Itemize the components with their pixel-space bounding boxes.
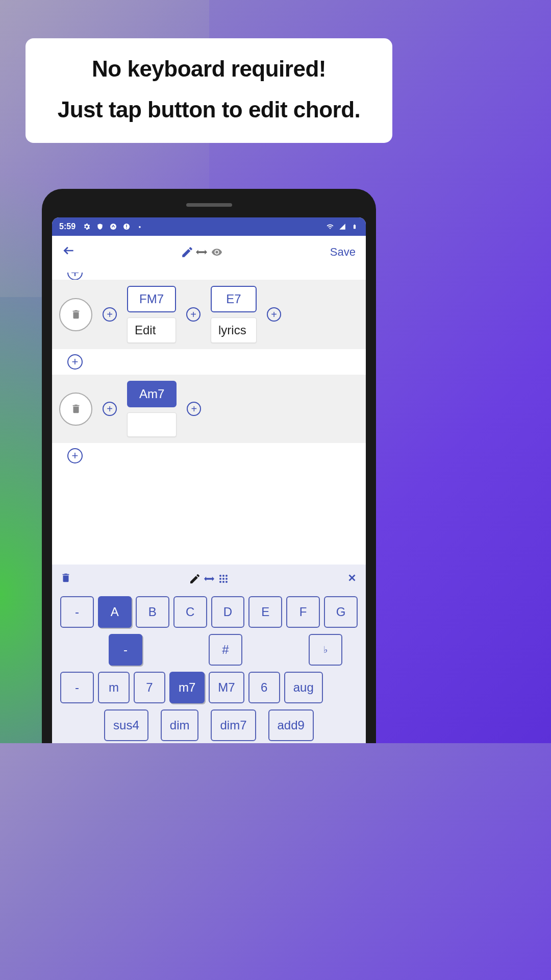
key-a[interactable]: A	[98, 596, 132, 628]
keyboard-row-accidentals: - # ♭	[60, 634, 358, 666]
lyric-input[interactable]: Edit	[127, 317, 176, 343]
add-cell-button[interactable]: +	[267, 307, 281, 322]
status-bar: 5:59 ●	[52, 217, 366, 236]
chord-cell: E7 lyrics	[211, 286, 257, 343]
add-row: +	[52, 349, 366, 375]
app-bar: Save	[52, 236, 366, 268]
key-minor[interactable]: m	[98, 672, 130, 703]
key-d[interactable]: D	[211, 596, 245, 628]
svg-point-13	[222, 581, 224, 583]
alert-icon	[122, 223, 131, 231]
svg-point-9	[219, 578, 221, 580]
lyric-input[interactable]: lyrics	[211, 317, 257, 343]
delete-row-button[interactable]	[59, 393, 92, 426]
key-maj7[interactable]: M7	[209, 672, 244, 703]
device-frame: 5:59 ● Save	[42, 189, 376, 743]
key-6[interactable]: 6	[248, 672, 280, 703]
chord-cell: FM7 Edit	[127, 286, 176, 343]
key-e[interactable]: E	[248, 596, 282, 628]
dot-icon: ●	[136, 223, 144, 231]
back-button[interactable]	[62, 243, 76, 261]
key-g[interactable]: G	[324, 596, 358, 628]
plus-circle-partial-icon[interactable]	[67, 273, 83, 280]
key-dash[interactable]: -	[60, 596, 94, 628]
key-dim7[interactable]: dim7	[211, 709, 256, 741]
svg-point-6	[219, 575, 221, 577]
svg-rect-3	[126, 228, 127, 229]
app-screen: 5:59 ● Save	[52, 217, 366, 743]
chord-chip[interactable]: FM7	[127, 286, 176, 312]
key-f[interactable]: F	[286, 596, 320, 628]
chord-chip-selected[interactable]: Am7	[127, 381, 177, 407]
grid-icon	[217, 573, 230, 585]
svg-point-7	[222, 575, 224, 577]
svg-point-12	[219, 581, 221, 583]
callout-line-1: No keyboard required!	[36, 56, 382, 82]
lyric-input[interactable]	[127, 412, 177, 437]
chord-cell: Am7	[127, 381, 177, 437]
edit-preview-toggle[interactable]	[181, 246, 224, 259]
keyboard-close-button[interactable]	[346, 571, 358, 587]
device-speaker	[186, 203, 232, 207]
chord-editor-content: + FM7 Edit + E7 lyrics + +	[52, 268, 366, 565]
keyboard-row-qualities-1: - m 7 m7 M7 6 aug	[60, 672, 358, 703]
chord-keyboard-panel: - A B C D E F G - # ♭ - m 7 m7 M	[52, 565, 366, 743]
delete-row-button[interactable]	[59, 298, 92, 331]
keyboard-row-qualities-2: sus4 dim dim7 add9	[60, 709, 358, 741]
key-c[interactable]: C	[173, 596, 207, 628]
pencil-icon	[189, 573, 201, 585]
keyboard-mode-toggle[interactable]	[189, 573, 230, 585]
keyboard-row-roots: - A B C D E F G	[60, 596, 358, 628]
add-row-button[interactable]: +	[67, 354, 83, 370]
add-cell-button[interactable]: +	[103, 307, 117, 322]
swap-icon	[204, 576, 214, 581]
circle-a-icon	[109, 223, 117, 231]
pencil-icon	[181, 246, 194, 259]
add-row: +	[52, 443, 366, 469]
add-cell-button[interactable]: +	[103, 402, 117, 416]
key-m7[interactable]: m7	[169, 672, 205, 703]
add-cell-button[interactable]: +	[187, 402, 201, 416]
key-sus4[interactable]: sus4	[104, 709, 148, 741]
key-sharp[interactable]: #	[209, 634, 242, 666]
shield-icon	[96, 223, 104, 231]
swap-icon	[196, 249, 207, 255]
keyboard-delete-button[interactable]	[60, 571, 71, 587]
callout-line-2: Just tap button to edit chord.	[36, 97, 382, 122]
chord-row: + FM7 Edit + E7 lyrics +	[52, 280, 366, 349]
add-row-button[interactable]: +	[67, 448, 83, 463]
save-button[interactable]: Save	[330, 246, 356, 259]
svg-point-8	[226, 575, 228, 577]
chord-row: + Am7 +	[52, 375, 366, 443]
add-cell-button[interactable]: +	[186, 307, 201, 322]
battery-icon	[350, 223, 359, 231]
status-icons-right	[326, 223, 359, 231]
key-b[interactable]: B	[136, 596, 169, 628]
promo-callout: No keyboard required! Just tap button to…	[26, 38, 392, 143]
status-icons-left: ●	[83, 223, 144, 231]
svg-point-10	[222, 578, 224, 580]
svg-point-14	[226, 581, 228, 583]
key-7[interactable]: 7	[134, 672, 165, 703]
key-dash[interactable]: -	[60, 672, 94, 703]
chord-chip[interactable]: E7	[211, 286, 257, 312]
eye-icon	[209, 247, 224, 258]
svg-point-0	[110, 224, 116, 230]
keyboard-toolbar	[60, 571, 358, 587]
svg-point-11	[226, 578, 228, 580]
key-flat[interactable]: ♭	[309, 634, 342, 666]
key-add9[interactable]: add9	[268, 709, 314, 741]
gear-icon	[83, 223, 91, 231]
key-aug[interactable]: aug	[284, 672, 323, 703]
key-natural[interactable]: -	[109, 634, 142, 666]
key-dim[interactable]: dim	[161, 709, 199, 741]
wifi-icon	[326, 223, 334, 231]
add-row-partial-top	[52, 268, 366, 280]
svg-rect-2	[126, 225, 127, 227]
status-time: 5:59	[59, 222, 76, 231]
signal-icon	[338, 223, 346, 231]
